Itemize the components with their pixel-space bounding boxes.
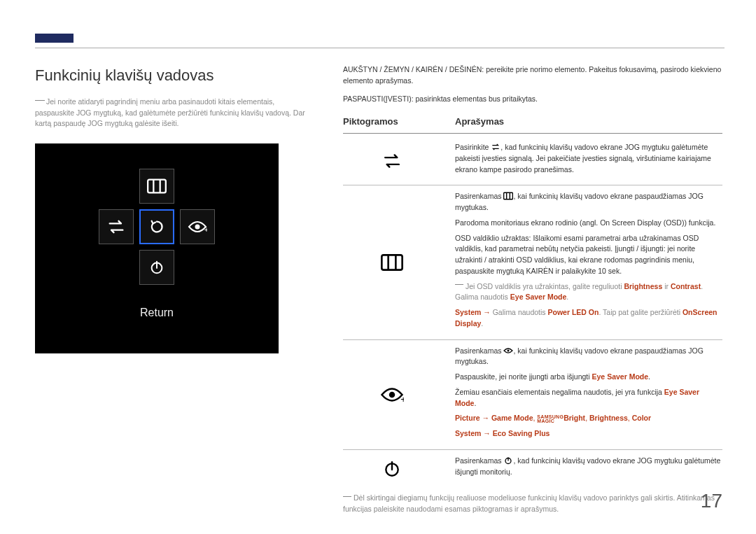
- svg-point-13: [389, 391, 396, 398]
- menu-note-2: System → Galima naudotis Power LED On. T…: [455, 307, 722, 330]
- eye-line-system: System → Eco Saving Plus: [455, 428, 722, 440]
- menu-icon: [381, 254, 403, 271]
- osd-menu-button[interactable]: [139, 169, 174, 204]
- power-icon: [383, 460, 401, 478]
- eye-icon: +: [380, 387, 404, 402]
- row-menu: Pasirenkamas , kai funkcinių klavišų vad…: [343, 185, 722, 339]
- eye-icon: +: [188, 219, 207, 234]
- menu-desc-3: OSD valdiklio užraktas: Išlaikomi esami …: [455, 233, 722, 277]
- source-icon: [382, 153, 402, 169]
- col-header-icons: Piktogramos: [343, 115, 455, 129]
- eye-desc-1: Pasirenkamas , kai funkcinių klavišų vad…: [455, 346, 722, 368]
- source-desc: Pasirinkite , kad funkcinių klavišų vado…: [455, 142, 722, 175]
- row-source: Pasirinkite , kad funkcinių klavišų vado…: [343, 136, 722, 185]
- menu-icon: [503, 192, 513, 200]
- nav-text-2: PASPAUSTI(ĮVESTI): pasirinktas elementas…: [343, 94, 722, 105]
- eye-desc-3: Žemiau esančiais elementais negalima nau…: [455, 387, 722, 409]
- eye-line-picture: Picture → Game Mode, SAMSUNGMAGICBright,…: [455, 413, 722, 424]
- power-icon: [147, 260, 167, 275]
- osd-eye-button[interactable]: +: [180, 209, 215, 244]
- nav-text-1: AUKŠTYN / ŽEMYN / KAIRĖN / DEŠINĖN: pere…: [343, 64, 722, 87]
- osd-panel: + Return: [35, 143, 279, 353]
- power-desc: Pasirenkamas , kad funkcinių klavišų vad…: [455, 456, 722, 478]
- osd-source-button[interactable]: [99, 209, 134, 244]
- menu-note-1: Jei OSD valdiklis yra užrakintas, galite…: [455, 281, 722, 304]
- table-header: Piktogramos Aprašymas: [343, 115, 722, 134]
- svg-rect-10: [504, 193, 513, 199]
- footnote: Dėl skirtingai diegiamų funkcijų realiuo…: [343, 487, 722, 515]
- col-header-desc: Aprašymas: [455, 115, 504, 129]
- source-icon: [106, 219, 126, 234]
- svg-text:+: +: [204, 226, 207, 234]
- row-power: Pasirenkamas , kad funkcinių klavišų vad…: [343, 450, 722, 488]
- brand-mark: [35, 34, 74, 43]
- svg-text:+: +: [400, 394, 404, 402]
- power-icon: [503, 456, 513, 465]
- menu-desc-2: Parodoma monitoriaus ekrano rodinio (ang…: [455, 218, 722, 229]
- svg-point-15: [507, 349, 510, 351]
- intro-text: Jei norite atidaryti pagrindinį meniu ar…: [35, 97, 315, 129]
- page-title: Funkcinių klavišų vadovas: [35, 64, 315, 87]
- eye-desc-2: Paspauskite, jei norite įjungti arba išj…: [455, 372, 722, 383]
- header-rule: [35, 48, 724, 48]
- source-icon: [491, 143, 500, 151]
- row-eye: + Pasirenkamas , kai funkcinių klavišų v…: [343, 340, 722, 450]
- svg-rect-7: [382, 255, 402, 269]
- return-icon: [147, 219, 167, 234]
- svg-rect-0: [148, 180, 166, 193]
- menu-desc-1: Pasirenkamas , kai funkcinių klavišų vad…: [455, 191, 722, 213]
- menu-icon: [147, 178, 167, 194]
- osd-return-label: Return: [140, 304, 174, 321]
- svg-point-3: [195, 225, 200, 230]
- eye-icon: [503, 346, 513, 355]
- page-number: 17: [701, 487, 722, 516]
- osd-power-button[interactable]: [139, 250, 174, 285]
- osd-return-button[interactable]: [139, 209, 174, 244]
